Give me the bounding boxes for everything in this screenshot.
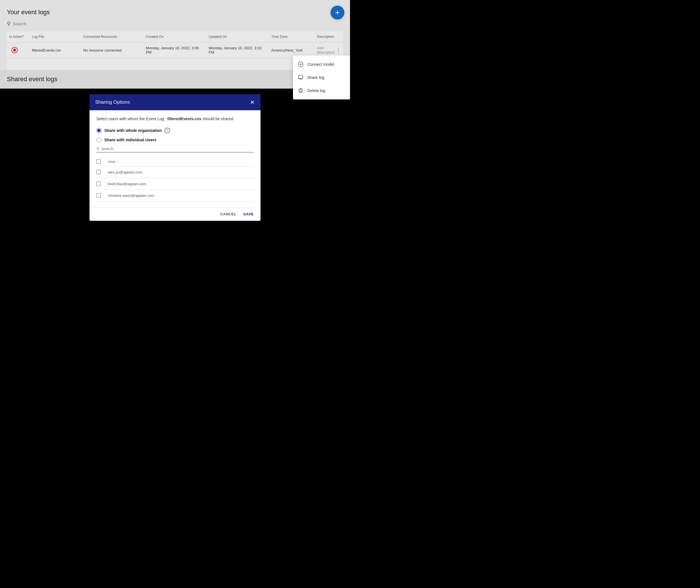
search-bar: ⚲ Search [7, 21, 343, 27]
help-icon-org[interactable]: ? [164, 128, 170, 133]
modal-backdrop-area: Sharing Options ✕ Select users with whom… [0, 89, 350, 260]
save-button[interactable]: SAVE [243, 212, 254, 216]
shared-section-title: Shared event logs [7, 75, 343, 83]
cell-created-on: Monday, January 10, 2022, 3:09 PM [144, 45, 206, 56]
col-connected-resources: Connected Resources [81, 34, 144, 40]
main-panel: + Your event logs ⚲ Search Is Active? Lo… [0, 0, 350, 70]
trash-icon [297, 87, 304, 94]
user-col-checkbox [96, 159, 108, 164]
sort-arrow-icon[interactable]: ↑ [117, 160, 118, 163]
radio-whole-org-label: Share with whole organization [104, 128, 162, 133]
context-menu-connect-model[interactable]: Connect model [293, 58, 350, 71]
context-menu: Connect model Share log Delete log [293, 56, 350, 99]
user-1-checkbox[interactable] [96, 181, 101, 186]
add-description-text: Add description [317, 46, 336, 54]
pagination-row: Items per page: 5 10 25 ▼ [7, 58, 343, 70]
cell-updated-on: Monday, January 10, 2022, 3:10 PM [206, 45, 269, 56]
user-row-2: christine.danzi@appian.com [96, 190, 254, 201]
table-header: Is Active? Log File Connected Resources … [7, 31, 343, 42]
col-is-active: Is Active? [7, 34, 30, 40]
description-suffix: should be shared [201, 117, 233, 121]
radio-share-whole-org[interactable]: Share with whole organization ? [96, 128, 254, 133]
modal-body: Select users with whom the Event Log : f… [89, 110, 260, 207]
active-icon-inner [13, 49, 16, 52]
add-event-log-button[interactable]: + [330, 6, 344, 19]
connect-model-label: Connect model [307, 62, 334, 67]
user-1-email: brett.blue@appian.com [108, 182, 254, 186]
modal-search-input[interactable] [101, 146, 254, 151]
page-title: Your event logs [7, 6, 343, 16]
filename-text: filteredEvents.csv [167, 117, 201, 121]
search-icon: ⚲ [7, 21, 11, 27]
table-row: filteredEvents.csv No resource connected… [7, 42, 343, 58]
cell-log-file: filteredEvents.csv [30, 47, 81, 54]
radio-share-individual[interactable]: Share with individual Users [96, 137, 254, 142]
cancel-button[interactable]: CANCEL [220, 212, 236, 216]
header-checkbox[interactable] [96, 159, 101, 164]
cell-time-zone: America/New_York [269, 47, 315, 54]
share-icon [297, 74, 304, 81]
user-0-checkbox[interactable] [96, 170, 101, 174]
user-1-checkbox-cell [96, 181, 108, 186]
user-0-checkbox-cell [96, 170, 108, 174]
col-description: Description [315, 34, 343, 40]
modal-search-container: ⚲ [96, 146, 254, 152]
cell-description: Add description ⋮ [315, 45, 343, 56]
modal-container: Sharing Options ✕ Select users with whom… [89, 94, 260, 221]
event-logs-table: Is Active? Log File Connected Resources … [7, 31, 343, 70]
cell-connected-resources: No resource connected [81, 47, 144, 54]
col-log-file: Log File [30, 34, 81, 40]
user-col-label: User [108, 160, 115, 164]
modal-close-button[interactable]: ✕ [250, 99, 255, 106]
user-col-header: User ↑ [108, 160, 254, 164]
delete-log-label: Delete log [307, 88, 325, 93]
modal-footer: CANCEL SAVE [89, 207, 260, 221]
col-updated-on: Updated On [206, 34, 269, 40]
col-created-on: Created On [144, 34, 206, 40]
modal-search-icon: ⚲ [96, 146, 99, 151]
cell-is-active [7, 46, 30, 54]
plus-circle-icon [297, 61, 304, 68]
radio-whole-org-input[interactable] [96, 128, 101, 133]
svg-rect-3 [299, 75, 303, 79]
user-2-checkbox-cell [96, 193, 108, 198]
radio-individual-label: Share with individual Users [104, 138, 156, 142]
user-2-email: christine.danzi@appian.com [108, 193, 254, 198]
description-prefix: Select users with whom the Event Log : [96, 117, 167, 121]
more-options-icon[interactable]: ⋮ [336, 47, 341, 53]
share-log-label: Share log [307, 75, 324, 80]
search-placeholder-text: Search [13, 21, 26, 26]
radio-individual-input[interactable] [96, 137, 101, 142]
sharing-options-modal: Sharing Options ✕ Select users with whom… [89, 94, 260, 221]
modal-description: Select users with whom the Event Log : f… [96, 116, 254, 122]
active-status-icon [11, 47, 18, 53]
user-0-email: alex.yu@appian.com [108, 170, 254, 174]
modal-title: Sharing Options [95, 99, 130, 105]
user-2-checkbox[interactable] [96, 193, 101, 198]
col-time-zone: Time Zone [269, 34, 315, 40]
context-menu-delete-log[interactable]: Delete log [293, 84, 350, 97]
user-table-header: User ↑ [96, 157, 254, 166]
user-row-1: brett.blue@appian.com [96, 178, 254, 190]
modal-header: Sharing Options ✕ [89, 94, 260, 110]
context-menu-share-log[interactable]: Share log [293, 71, 350, 84]
user-row-0: alex.yu@appian.com [96, 166, 254, 178]
